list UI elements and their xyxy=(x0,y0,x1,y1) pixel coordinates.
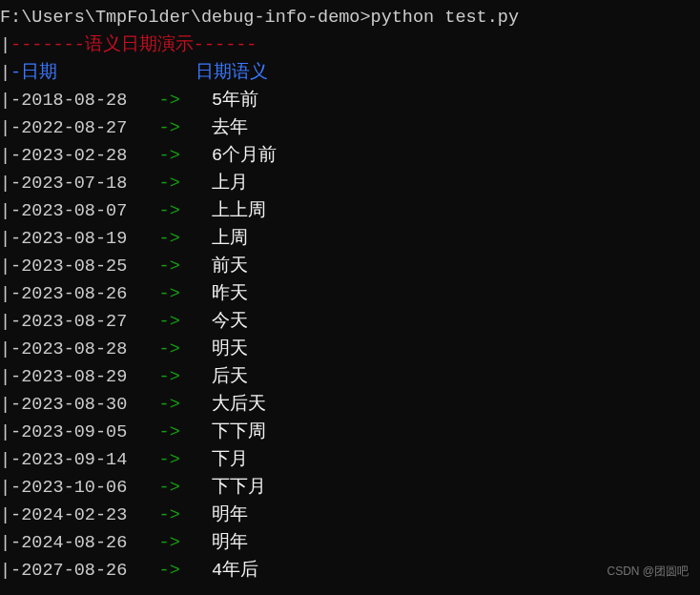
table-row: |-2023-08-27 -> 今天 xyxy=(0,308,700,336)
semantic-cell: 上周 xyxy=(212,225,248,253)
dash-icon: - xyxy=(10,170,21,197)
semantic-cell: 上月 xyxy=(212,170,248,197)
pipe-icon: | xyxy=(0,31,10,59)
arrow-icon: -> xyxy=(159,529,180,557)
date-cell: 2023-08-28 xyxy=(21,336,127,363)
spacer xyxy=(180,529,212,557)
semantic-cell: 今天 xyxy=(212,308,248,336)
arrow-icon: -> xyxy=(159,557,180,585)
date-cell: 2027-08-26 xyxy=(21,557,127,585)
pipe-icon: | xyxy=(0,529,10,557)
arrow-icon: -> xyxy=(159,363,180,391)
semantic-cell: 4年后 xyxy=(212,557,258,585)
dash-icon: - xyxy=(10,87,21,114)
pipe-icon: | xyxy=(0,336,10,363)
dash-icon: - xyxy=(10,419,21,446)
dash-icon: - xyxy=(10,59,21,87)
spacer xyxy=(180,419,212,446)
table-row: |-2023-08-26 -> 昨天 xyxy=(0,280,700,308)
spacer xyxy=(180,336,212,363)
pipe-icon: | xyxy=(0,502,10,529)
table-row: |-2023-10-06 -> 下下月 xyxy=(0,474,700,502)
dash-icon: - xyxy=(10,363,21,391)
title-row: |-------语义日期演示------ xyxy=(0,31,700,59)
semantic-cell: 6个月前 xyxy=(212,142,277,170)
dash-icon: - xyxy=(10,280,21,308)
spacer xyxy=(127,336,158,363)
semantic-cell: 前天 xyxy=(212,253,248,280)
pipe-icon: | xyxy=(0,114,10,142)
spacer xyxy=(180,280,212,308)
pipe-icon: | xyxy=(0,308,10,336)
spacer xyxy=(180,142,212,170)
spacer xyxy=(180,170,212,197)
spacer xyxy=(127,446,158,474)
spacer xyxy=(127,529,158,557)
pipe-icon: | xyxy=(0,419,10,446)
spacer xyxy=(180,502,212,529)
date-cell: 2024-08-26 xyxy=(21,529,127,557)
semantic-cell: 下下月 xyxy=(212,474,266,502)
semantic-cell: 明年 xyxy=(212,529,248,557)
date-cell: 2023-08-19 xyxy=(21,225,127,253)
arrow-icon: -> xyxy=(159,391,180,419)
dash-icon: - xyxy=(10,197,21,225)
dash-icon: - xyxy=(10,474,21,502)
table-row: |-2023-09-14 -> 下月 xyxy=(0,446,700,474)
arrow-icon: -> xyxy=(159,502,180,529)
spacer xyxy=(180,308,212,336)
spacer xyxy=(127,225,158,253)
dash-icon: - xyxy=(10,253,21,280)
date-cell: 2023-08-27 xyxy=(21,308,127,336)
spacer xyxy=(127,557,158,585)
spacer xyxy=(127,363,158,391)
title-suffix: ------ xyxy=(194,31,257,59)
spacer xyxy=(127,474,158,502)
dash-icon: - xyxy=(10,142,21,170)
table-row: |-2022-08-27 -> 去年 xyxy=(0,114,700,142)
arrow-icon: -> xyxy=(159,446,180,474)
semantic-cell: 后天 xyxy=(212,363,248,391)
spacer xyxy=(127,502,158,529)
pipe-icon: | xyxy=(0,59,10,87)
arrow-icon: -> xyxy=(159,114,180,142)
spacer xyxy=(180,474,212,502)
date-cell: 2023-08-29 xyxy=(21,363,127,391)
spacer xyxy=(180,363,212,391)
table-row: |-2018-08-28 -> 5年前 xyxy=(0,87,700,114)
spacer xyxy=(127,114,158,142)
pipe-icon: | xyxy=(0,170,10,197)
spacer xyxy=(127,142,158,170)
pipe-icon: | xyxy=(0,197,10,225)
spacer xyxy=(127,170,158,197)
spacer xyxy=(180,87,212,114)
semantic-cell: 下月 xyxy=(212,446,248,474)
spacer xyxy=(180,253,212,280)
date-cell: 2023-08-26 xyxy=(21,280,127,308)
pipe-icon: | xyxy=(0,363,10,391)
table-row: |-2023-09-05 -> 下下周 xyxy=(0,419,700,446)
pipe-icon: | xyxy=(0,280,10,308)
dash-icon: - xyxy=(10,225,21,253)
table-row: |-2023-07-18 -> 上月 xyxy=(0,170,700,197)
dash-icon: - xyxy=(10,114,21,142)
date-cell: 2023-08-07 xyxy=(21,197,127,225)
arrow-icon: -> xyxy=(159,419,180,446)
date-cell: 2023-08-30 xyxy=(21,391,127,419)
semantic-cell: 明年 xyxy=(212,502,248,529)
table-row: |-2023-08-30 -> 大后天 xyxy=(0,391,700,419)
semantic-cell: 明天 xyxy=(212,336,248,363)
dash-icon: - xyxy=(10,529,21,557)
date-cell: 2018-08-28 xyxy=(21,87,127,114)
semantic-cell: 大后天 xyxy=(212,391,266,419)
table-row: |-2023-02-28 -> 6个月前 xyxy=(0,142,700,170)
date-cell: 2023-09-05 xyxy=(21,419,127,446)
spacer xyxy=(127,280,158,308)
dash-icon: - xyxy=(10,446,21,474)
date-cell: 2023-08-25 xyxy=(21,253,127,280)
pipe-icon: | xyxy=(0,87,10,114)
arrow-icon: -> xyxy=(159,197,180,225)
table-row: |-2023-08-19 -> 上周 xyxy=(0,225,700,253)
table-row: |-2024-02-23 -> 明年 xyxy=(0,502,700,529)
date-cell: 2023-09-14 xyxy=(21,446,127,474)
